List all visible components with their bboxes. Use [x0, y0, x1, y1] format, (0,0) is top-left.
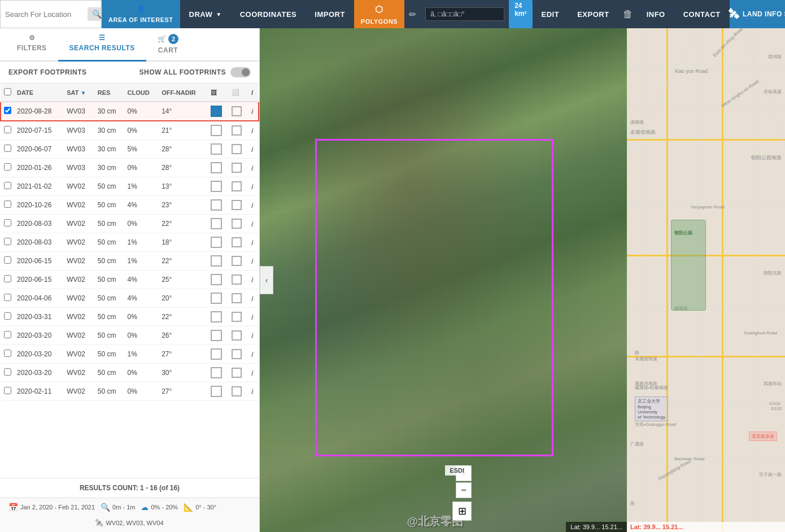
thumb-image-gray[interactable] — [211, 125, 222, 136]
row-checkbox-cell[interactable] — [1, 159, 14, 177]
row-thumb[interactable] — [208, 364, 229, 382]
info-icon[interactable]: i — [251, 182, 254, 191]
row-checkbox-cell[interactable] — [1, 271, 14, 289]
row-checkbox[interactable] — [4, 350, 11, 357]
thumb-image-gray[interactable] — [211, 143, 222, 155]
add-to-cart-icon[interactable] — [232, 330, 242, 341]
row-select-cart[interactable] — [229, 271, 248, 289]
zoom-out-button[interactable]: − — [456, 482, 472, 498]
row-checkbox-cell[interactable] — [1, 364, 14, 382]
add-to-cart-icon[interactable] — [232, 274, 242, 285]
row-select-cart[interactable] — [229, 382, 248, 401]
row-select-cart[interactable] — [229, 308, 248, 326]
row-info[interactable]: i — [248, 140, 259, 159]
row-thumb[interactable] — [208, 345, 229, 364]
row-info[interactable]: i — [248, 196, 259, 215]
row-checkbox-cell[interactable] — [1, 252, 14, 271]
row-checkbox[interactable] — [4, 331, 11, 338]
tab-search-results[interactable]: ☰ SEARCH RESULTS — [58, 28, 146, 62]
info-icon[interactable]: i — [251, 387, 254, 396]
search-box[interactable]: 🔍 — [0, 0, 102, 28]
row-checkbox[interactable] — [4, 368, 11, 376]
row-checkbox[interactable] — [4, 107, 11, 114]
row-checkbox[interactable] — [4, 163, 11, 171]
add-to-cart-icon[interactable] — [232, 200, 242, 210]
header-cloud[interactable]: CLOUD — [124, 84, 159, 102]
search-input[interactable] — [5, 10, 84, 19]
row-checkbox-cell[interactable] — [1, 326, 14, 345]
row-select-cart[interactable] — [229, 364, 248, 382]
row-select-cart[interactable] — [229, 102, 248, 121]
row-checkbox[interactable] — [4, 200, 11, 208]
add-to-cart-icon[interactable] — [232, 181, 242, 191]
row-info[interactable]: i — [248, 271, 259, 289]
add-to-cart-icon[interactable] — [232, 368, 242, 378]
add-to-cart-icon[interactable] — [232, 256, 242, 266]
info-icon[interactable]: i — [251, 145, 254, 154]
row-checkbox-cell[interactable] — [1, 177, 14, 196]
row-info[interactable]: i — [248, 159, 259, 177]
row-info[interactable]: i — [248, 215, 259, 233]
export-button[interactable]: EXPORT — [568, 0, 618, 28]
add-to-cart-icon[interactable] — [232, 312, 242, 322]
thumb-image-blue[interactable] — [211, 106, 222, 117]
add-to-cart-icon[interactable] — [232, 163, 242, 173]
row-checkbox[interactable] — [4, 387, 11, 394]
info-icon[interactable]: i — [251, 276, 254, 284]
row-info[interactable]: i — [248, 364, 259, 382]
row-info[interactable]: i — [248, 345, 259, 364]
row-checkbox-cell[interactable] — [1, 196, 14, 215]
row-info[interactable]: i — [248, 102, 259, 121]
add-to-cart-icon[interactable] — [232, 237, 242, 247]
row-checkbox[interactable] — [4, 275, 11, 282]
thumb-image-gray[interactable] — [211, 199, 222, 211]
polygons-button[interactable]: ⬡ POLYGONS — [354, 0, 404, 28]
row-thumb[interactable] — [208, 196, 229, 215]
select-all-checkbox[interactable] — [4, 88, 11, 95]
row-select-cart[interactable] — [229, 215, 248, 233]
row-info[interactable]: i — [248, 252, 259, 271]
row-select-cart[interactable] — [229, 233, 248, 252]
info-icon[interactable]: i — [251, 332, 254, 340]
row-checkbox[interactable] — [4, 238, 11, 245]
row-thumb[interactable] — [208, 102, 229, 121]
row-info[interactable]: i — [248, 289, 259, 308]
thumb-image-gray[interactable] — [211, 367, 222, 378]
area-of-interest-button[interactable]: 👤 AREA OF INTEREST — [102, 0, 180, 28]
info-icon[interactable]: i — [251, 369, 254, 377]
info-icon[interactable]: i — [251, 201, 254, 210]
info-icon[interactable]: i — [251, 220, 254, 228]
row-checkbox-cell[interactable] — [1, 382, 14, 401]
row-thumb[interactable] — [208, 121, 229, 140]
row-info[interactable]: i — [248, 382, 259, 401]
row-checkbox[interactable] — [4, 182, 11, 189]
thumb-image-gray[interactable] — [211, 330, 222, 341]
row-thumb[interactable] — [208, 140, 229, 159]
map-area[interactable]: ‹ + − ⊞ ESDI @北京零图 Lat: 39.9... 15.21... — [260, 28, 627, 532]
thumb-image-gray[interactable] — [211, 237, 222, 248]
show-all-toggle[interactable] — [230, 67, 251, 77]
delete-icon-area[interactable]: 🗑 — [618, 0, 638, 28]
row-select-cart[interactable] — [229, 196, 248, 215]
row-checkbox-cell[interactable] — [1, 121, 14, 140]
info-icon[interactable]: i — [251, 164, 254, 172]
row-thumb[interactable] — [208, 326, 229, 345]
contact-button[interactable]: CONTACT — [674, 0, 730, 28]
row-thumb[interactable] — [208, 252, 229, 271]
info-icon[interactable]: i — [251, 107, 254, 116]
thumb-image-gray[interactable] — [211, 218, 222, 229]
row-select-cart[interactable] — [229, 326, 248, 345]
thumb-image-gray[interactable] — [211, 181, 222, 192]
row-select-cart[interactable] — [229, 140, 248, 159]
row-checkbox-cell[interactable] — [1, 140, 14, 159]
row-info[interactable]: i — [248, 233, 259, 252]
row-thumb[interactable] — [208, 382, 229, 401]
info-icon[interactable]: i — [251, 127, 254, 135]
header-res[interactable]: RES — [95, 84, 125, 102]
thumb-image-gray[interactable] — [211, 162, 222, 173]
row-thumb[interactable] — [208, 308, 229, 326]
header-sat[interactable]: SAT ▼ — [64, 84, 95, 102]
row-checkbox-cell[interactable] — [1, 289, 14, 308]
row-thumb[interactable] — [208, 233, 229, 252]
row-checkbox[interactable] — [4, 126, 11, 133]
